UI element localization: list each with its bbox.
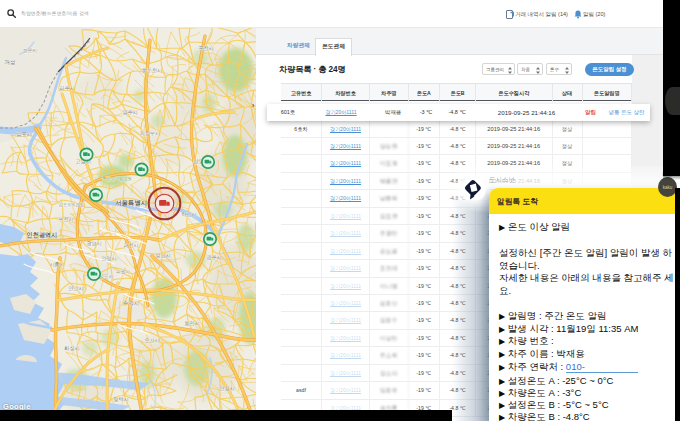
svg-text:평택시: 평택시 bbox=[113, 396, 129, 403]
svg-text:성남시: 성남시 bbox=[155, 252, 171, 259]
svg-text:오산시: 오산시 bbox=[145, 337, 160, 343]
svg-text:광명시: 광명시 bbox=[87, 240, 102, 247]
svg-text:김포시: 김포시 bbox=[16, 131, 32, 137]
svg-text:수원시: 수원시 bbox=[123, 300, 139, 306]
svg-text:의정부시: 의정부시 bbox=[140, 130, 160, 137]
svg-text:시흥시: 시흥시 bbox=[50, 261, 65, 267]
svg-text:동두천시: 동두천시 bbox=[142, 67, 162, 73]
svg-text:안양시: 안양시 bbox=[102, 255, 117, 261]
svg-text:광주시: 광주시 bbox=[206, 254, 222, 260]
svg-text:판문리: 판문리 bbox=[23, 48, 37, 53]
svg-text:의왕시: 의왕시 bbox=[116, 269, 130, 274]
svg-text:화성시: 화성시 bbox=[64, 345, 80, 352]
svg-text:포천시: 포천시 bbox=[198, 45, 214, 51]
svg-text:양주시: 양주시 bbox=[122, 109, 138, 116]
svg-text:안성시: 안성시 bbox=[219, 385, 235, 392]
svg-text:과천시: 과천시 bbox=[124, 242, 139, 248]
svg-text:인천광역시: 인천광역시 bbox=[27, 231, 58, 239]
svg-text:서울특별시: 서울특별시 bbox=[115, 199, 147, 207]
svg-text:용인시: 용인시 bbox=[184, 320, 200, 326]
svg-text:개성: 개성 bbox=[5, 59, 16, 66]
svg-text:파주시: 파주시 bbox=[59, 85, 75, 91]
svg-text:부천시: 부천시 bbox=[59, 216, 74, 222]
svg-text:안산시: 안산시 bbox=[68, 285, 84, 291]
svg-text:하남시: 하남시 bbox=[182, 211, 197, 217]
